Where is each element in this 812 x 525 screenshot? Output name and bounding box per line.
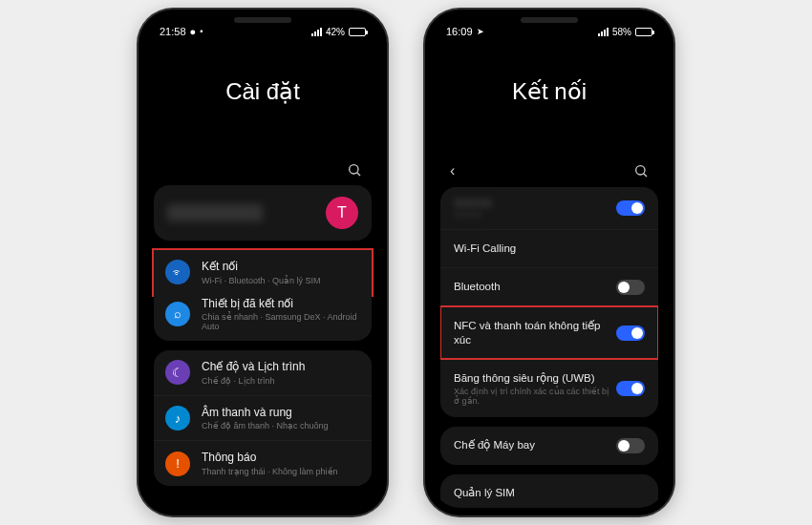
item-title: Kết nối [202,260,360,275]
row-title: Quản lý SIM [454,486,645,500]
content-right: Wi-Fi Calling Bluetooth NFC và thanh toá… [433,187,666,508]
row-wifi-calling[interactable]: Wi-Fi Calling [440,229,658,267]
page-title: Cài đặt [146,40,379,162]
settings-item-modes[interactable]: ☾ Chế độ và Lịch trình Chế độ · Lịch trì… [154,350,372,395]
row-bluetooth[interactable]: Bluetooth [440,267,658,306]
toggle-uwb[interactable] [616,381,645,396]
toggle-bluetooth[interactable] [616,280,645,295]
row-title: Băng thông siêu rộng (UWB) [454,371,616,386]
wifi-title-blurred [454,199,492,208]
battery-pct: 58% [612,27,631,37]
screen-left: 21:58 ● • 42% Cài đặt T [146,17,379,508]
modes-icon: ☾ [165,360,190,385]
item-title: Thiết bị đã kết nối [202,297,360,312]
settings-item-sound[interactable]: ♪ Âm thanh và rung Chế độ âm thanh · Nhạ… [154,395,372,441]
svg-line-1 [357,173,360,176]
phone-right: 16:09 ➤ 58% Kết nối ‹ [425,10,673,515]
row-sub: Xác định vị trí chính xác của các thiết … [454,387,616,406]
toggle-airplane[interactable] [616,438,645,453]
devices-icon: ⌕ [165,302,190,326]
back-icon[interactable]: ‹ [450,162,455,179]
status-time: 21:58 [160,26,186,37]
battery-pct: 42% [326,27,345,37]
connections-group-1: Wi-Fi Calling Bluetooth NFC và thanh toá… [440,187,658,417]
search-row [146,162,379,185]
item-sub: Chế độ âm thanh · Nhạc chuông [202,421,360,430]
item-sub: Wi-Fi · Bluetooth · Quản lý SIM [202,276,360,285]
row-uwb[interactable]: Băng thông siêu rộng (UWB) Xác định vị t… [440,359,658,417]
page-title: Kết nối [433,40,666,162]
row-title: NFC và thanh toán không tiếp xúc [454,319,616,347]
avatar[interactable]: T [326,197,358,229]
row-sim[interactable]: Quản lý SIM [440,474,658,508]
notifications-icon: ! [165,452,190,476]
notch [234,17,291,23]
settings-group-2: ☾ Chế độ và Lịch trình Chế độ · Lịch trì… [154,350,372,486]
account-name-blurred [167,204,263,221]
row-wifi[interactable] [440,187,658,229]
row-title: Bluetooth [454,280,616,294]
row-nfc[interactable]: NFC và thanh toán không tiếp xúc [440,306,658,359]
item-title: Âm thanh và rung [202,406,360,421]
connections-group-2: Chế độ Máy bay [440,427,658,465]
item-title: Thông báo [202,451,360,466]
content-left: T ᯤ Kết nối Wi-Fi · Bluetooth · Quản lý … [146,185,379,486]
sound-icon: ♪ [165,406,190,430]
account-card[interactable]: T [154,185,372,241]
screen-right: 16:09 ➤ 58% Kết nối ‹ [433,17,666,508]
settings-item-notifications[interactable]: ! Thông báo Thanh trạng thái · Không làm… [154,440,372,486]
item-sub: Chia sẻ nhanh · Samsung DeX · Android Au… [202,312,360,331]
more-icon: • [200,27,203,36]
phone-left: 21:58 ● • 42% Cài đặt T [139,10,387,515]
notch [521,17,578,23]
messenger-icon: ● [190,26,197,37]
wifi-icon: ᯤ [165,260,190,284]
location-icon: ➤ [477,27,484,36]
battery-icon [349,28,366,36]
search-icon[interactable] [347,162,362,178]
toggle-nfc[interactable] [616,326,645,341]
signal-icon [311,28,322,36]
row-airplane[interactable]: Chế độ Máy bay [440,427,658,465]
status-time: 16:09 [446,26,473,37]
wifi-sub-blurred [454,211,482,218]
battery-icon [635,28,652,36]
row-title: Wi-Fi Calling [454,242,645,256]
item-sub: Thanh trạng thái · Không làm phiền [202,467,360,476]
item-sub: Chế độ · Lịch trình [202,376,360,386]
svg-point-2 [636,166,645,175]
signal-icon [598,28,609,36]
svg-line-3 [644,174,647,177]
settings-item-connected-devices[interactable]: ⌕ Thiết bị đã kết nối Chia sẻ nhanh · Sa… [154,287,372,342]
connections-group-3: Quản lý SIM Các mạng di động [440,474,658,508]
nav-row: ‹ [433,162,666,187]
settings-group-1b: ⌕ Thiết bị đã kết nối Chia sẻ nhanh · Sa… [154,287,372,342]
item-title: Chế độ và Lịch trình [202,360,360,375]
svg-point-0 [350,165,358,174]
toggle-wifi[interactable] [616,200,645,216]
search-icon[interactable] [633,163,649,178]
row-title: Chế độ Máy bay [454,438,616,452]
